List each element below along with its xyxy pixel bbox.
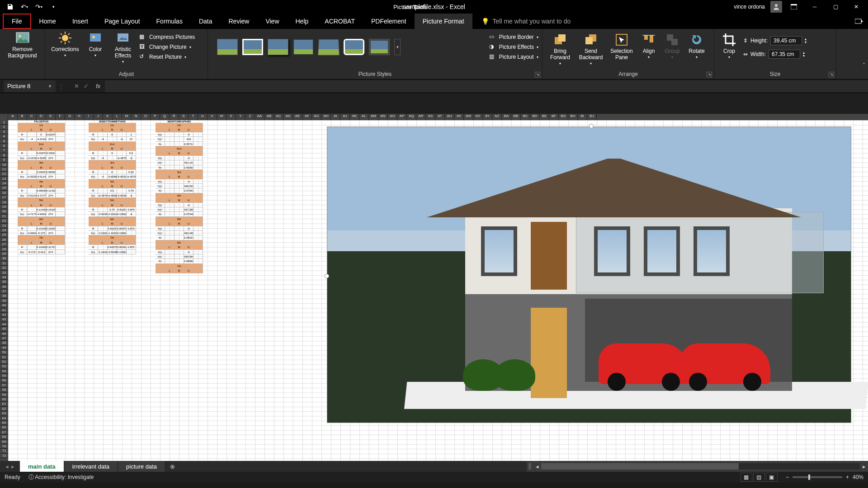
selection-pane-button[interactable]: Selection Pane — [608, 33, 636, 61]
zoom-in-icon[interactable]: + — [846, 474, 849, 480]
scroll-thumb[interactable] — [541, 463, 739, 469]
embedded-picture[interactable] — [327, 127, 851, 423]
change-icon: 🖼 — [139, 43, 146, 51]
tab-review[interactable]: Review — [221, 14, 258, 29]
horizontal-scrollbar[interactable]: ◂ ▸ — [527, 461, 868, 472]
accessibility-status[interactable]: ⓘ Accessibility: Investigate — [28, 474, 94, 481]
zoom-slider[interactable] — [793, 476, 842, 478]
tab-picture-format[interactable]: Picture Format — [415, 14, 472, 29]
ribbon-display-icon[interactable] — [785, 0, 803, 14]
corrections-button[interactable]: Corrections▾ — [49, 31, 81, 57]
width-value[interactable]: 67.35 cm — [769, 50, 800, 59]
splitter-icon[interactable] — [528, 463, 531, 469]
user-avatar-icon[interactable] — [770, 1, 782, 13]
height-field[interactable]: ⇕ Height: 39.45 cm ▴▾ — [743, 36, 807, 45]
zoom-level[interactable]: 40% — [853, 474, 863, 480]
height-icon: ⇕ — [743, 38, 748, 44]
undo-icon[interactable]: ↶▾ — [18, 0, 31, 13]
tab-data[interactable]: Data — [191, 14, 221, 29]
share-icon[interactable] — [850, 14, 868, 29]
qat-customize-icon[interactable]: ▾ — [47, 0, 60, 13]
ribbon: Remove Background Corrections▾ Color▾ Ar… — [0, 29, 868, 80]
cells-area[interactable]: FALSEPOS1stLMUR00.02070f(x)-4-4.15192742… — [8, 120, 868, 461]
zoom-out-icon[interactable]: − — [786, 474, 789, 480]
column-headers[interactable]: ABCDEFGHIJKLMNOPQRSTUVWXYZAAABACADAEAFAG… — [0, 114, 868, 120]
sheet-nav-last-icon[interactable]: ▸ — [11, 463, 14, 470]
view-page-layout-icon[interactable]: ▤ — [753, 473, 765, 482]
save-icon[interactable] — [4, 0, 16, 13]
redo-icon[interactable]: ↷▾ — [33, 0, 45, 13]
fx-icon[interactable]: fx — [96, 83, 100, 89]
view-page-break-icon[interactable]: ▣ — [766, 473, 778, 482]
enter-formula-icon[interactable]: ✓ — [84, 83, 89, 89]
compress-pictures-button[interactable]: ▦Compress Pictures — [139, 33, 195, 41]
chevron-down-icon[interactable]: ▼ — [48, 84, 52, 89]
spinner-icon[interactable]: ▴▾ — [803, 51, 805, 57]
tab-page-layout[interactable]: Page Layout — [96, 14, 148, 29]
arrange-dialog-launcher-icon[interactable]: ↘ — [707, 72, 712, 77]
style-thumb[interactable] — [318, 39, 340, 56]
picture-layout-button[interactable]: ▥Picture Layout ▾ — [489, 53, 538, 61]
view-normal-icon[interactable]: ▦ — [741, 473, 752, 482]
row-headers[interactable]: 1234567891011121314151617181920212223242… — [0, 120, 8, 461]
style-thumb[interactable] — [369, 39, 390, 55]
width-field[interactable]: ⇔ Width: 67.35 cm ▴▾ — [743, 50, 807, 59]
width-icon: ⇔ — [743, 51, 748, 57]
reset-picture-button[interactable]: ↺Reset Picture ▾ — [139, 53, 195, 61]
sheet-tab-main-data[interactable]: main data — [20, 461, 64, 472]
sheet-tab-irrelevant-data[interactable]: irrelevant data — [64, 461, 118, 472]
remove-background-button[interactable]: Remove Background — [6, 31, 39, 59]
group-label-styles: Picture Styles — [212, 69, 538, 79]
tab-formulas[interactable]: Formulas — [148, 14, 191, 29]
scroll-right-icon[interactable]: ▸ — [860, 463, 868, 470]
name-box[interactable]: Picture 8▼ — [4, 80, 56, 92]
selection-handle-icon[interactable] — [325, 274, 329, 278]
change-picture-button[interactable]: 🖼Change Picture ▾ — [139, 43, 195, 51]
minimize-icon[interactable]: ─ — [806, 0, 824, 14]
size-dialog-launcher-icon[interactable]: ↘ — [829, 72, 834, 77]
group-icon — [665, 33, 679, 47]
scroll-left-icon[interactable]: ◂ — [533, 463, 541, 470]
style-thumb[interactable] — [217, 39, 238, 55]
tab-file[interactable]: File — [3, 14, 31, 29]
tab-pdfelement[interactable]: PDFelement — [363, 14, 415, 29]
style-thumb[interactable] — [268, 39, 288, 55]
sheet-nav-first-icon[interactable]: ◂ — [5, 463, 9, 470]
cancel-formula-icon[interactable]: ✕ — [74, 83, 79, 89]
group-label-adjust: Adjust — [49, 69, 204, 79]
picture-styles-gallery[interactable]: ▾ — [212, 31, 406, 55]
maximize-icon[interactable]: ▢ — [826, 0, 844, 14]
formula-bar-input[interactable] — [105, 80, 868, 92]
selection-handle-icon[interactable] — [589, 124, 594, 128]
picture-border-button[interactable]: ▭Picture Border ▾ — [489, 33, 538, 41]
color-button[interactable]: Color▾ — [84, 31, 107, 57]
bring-forward-button[interactable]: Bring Forward▾ — [546, 33, 574, 66]
send-backward-button[interactable]: Send Backward▾ — [577, 33, 605, 66]
sheet-tab-picture-data[interactable]: picture data — [118, 461, 165, 472]
style-thumb[interactable] — [242, 39, 263, 55]
tell-me-search[interactable]: 💡 Tell me what you want to do — [481, 14, 571, 29]
new-sheet-icon[interactable]: ⊕ — [165, 461, 179, 472]
collapse-ribbon-icon[interactable]: ˄ — [863, 62, 865, 69]
tab-acrobat[interactable]: ACROBAT — [316, 14, 363, 29]
style-thumb[interactable] — [344, 39, 364, 55]
styles-dialog-launcher-icon[interactable]: ↘ — [535, 72, 540, 77]
tab-insert[interactable]: Insert — [64, 14, 96, 29]
svg-point-6 — [62, 35, 68, 41]
selection-pane-icon — [614, 33, 629, 47]
picture-effects-button[interactable]: ◑Picture Effects ▾ — [489, 43, 538, 51]
crop-button[interactable]: Crop▾ — [718, 33, 741, 59]
artistic-effects-button[interactable]: Artistic Effects▾ — [109, 31, 137, 64]
worksheet-grid[interactable]: ABCDEFGHIJKLMNOPQRSTUVWXYZAAABACADAEAFAG… — [0, 114, 868, 461]
spinner-icon[interactable]: ▴▾ — [805, 38, 807, 44]
style-thumb[interactable] — [293, 39, 314, 55]
styles-more-icon[interactable]: ▾ — [394, 39, 401, 55]
tab-home[interactable]: Home — [31, 14, 64, 29]
svg-line-11 — [61, 33, 62, 35]
tab-view[interactable]: View — [257, 14, 287, 29]
align-button[interactable]: Align▾ — [638, 33, 659, 59]
rotate-button[interactable]: Rotate▾ — [685, 33, 708, 59]
close-icon[interactable]: ✕ — [847, 0, 865, 14]
height-value[interactable]: 39.45 cm — [770, 36, 802, 45]
tab-help[interactable]: Help — [288, 14, 317, 29]
